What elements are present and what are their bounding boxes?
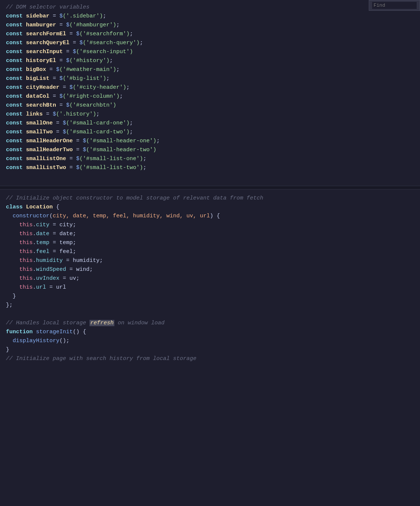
code-line: } [0,292,420,301]
dom-section: // DOM selector variables const sidebar … [0,0,420,184]
code-line: const smallTwo = $('#small-card-two'); [0,128,420,137]
class-section: // Initialize object constructor to mode… [0,191,420,366]
code-line: const searchQueryEl = $('#search-query')… [0,39,420,48]
code-line: // DOM selector variables [0,3,420,12]
code-line: constructor(city, date, temp, feel, humi… [0,212,420,221]
code-line: const smallListOne = $('#small-list-one'… [0,155,420,163]
code-line: displayHistory(); [0,337,420,346]
find-bar[interactable] [369,0,420,11]
code-line: const smallHeaderTwo = $('#small-header-… [0,146,420,155]
code-line: this.city = city; [0,221,420,230]
code-line: }; [0,301,420,310]
code-editor: // DOM selector variables const sidebar … [0,0,420,506]
code-line: // Initialize page with search history f… [0,354,420,363]
code-line: const bigBox = $('#weather-main'); [0,65,420,74]
code-line: // Initialize object constructor to mode… [0,194,420,203]
code-line: this.date = date; [0,230,420,239]
code-line: const cityHeader = $('#city-header'); [0,83,420,92]
find-input[interactable] [372,2,417,9]
code-line: const smallOne = $('#small-card-one'); [0,119,420,128]
code-line: const smallHeaderOne = $('#small-header-… [0,137,420,146]
code-line: const hamburger = $('#hamburger'); [0,21,420,30]
code-line: const bigList = $('#big-list'); [0,74,420,83]
code-line: class Location { [0,203,420,212]
code-line: const links = $('.history'); [0,110,420,119]
code-line: this.url = url [0,283,420,292]
code-line: this.uvIndex = uv; [0,274,420,283]
code-line: const dataCol = $('#right-column'); [0,92,420,101]
code-line: const sidebar = $('.sidebar'); [0,12,420,21]
code-line: const searchFormEl = $('#searchform'); [0,30,420,39]
code-line: this.windSpeed = wind; [0,265,420,274]
code-line [0,172,420,181]
code-line: const searchBtn = $('#searchbtn') [0,101,420,110]
code-line: function storageInit() { [0,328,420,337]
code-line: const historyEl = $('#history'); [0,56,420,65]
code-line [0,310,420,319]
section-divider [0,186,420,189]
code-line: this.humidity = humidity; [0,256,420,265]
code-line: const searchInput = $('#search-input') [0,48,420,56]
code-line: this.temp = temp; [0,239,420,247]
comment: // DOM selector variables [6,4,89,10]
code-line: const smallListTwo = $('#small-list-two'… [0,163,420,172]
code-line: this.feel = feel; [0,247,420,256]
code-line: } [0,346,420,354]
code-line: // Handles local storage refresh on wind… [0,319,420,328]
